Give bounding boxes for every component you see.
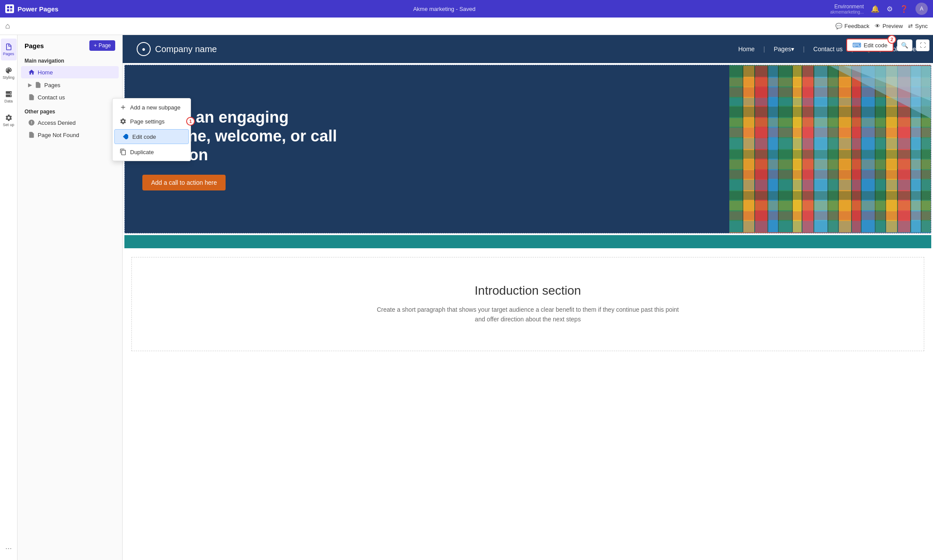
page-settings-icon (120, 118, 127, 125)
zoom-button[interactable]: 🔍 (897, 39, 912, 51)
access-denied-icon (28, 119, 35, 126)
badge-2: 2 (887, 35, 896, 44)
site-logo-icon: ● (137, 42, 151, 56)
add-page-button[interactable]: + Page (89, 40, 115, 51)
feedback-label: Feedback (845, 23, 869, 29)
edit-code-button[interactable]: ⌨ Edit code 2 (846, 39, 894, 52)
svg-rect-32 (729, 170, 931, 179)
svg-rect-0 (7, 6, 9, 8)
home-nav-icon[interactable]: ⌂ (5, 21, 10, 31)
site-nav-pages[interactable]: Pages▾ (774, 46, 795, 53)
svg-rect-26 (729, 107, 931, 117)
access-denied-label: Access Denied (38, 120, 112, 126)
sidebar-title: Pages (25, 42, 44, 49)
env-label: Environment (830, 4, 864, 10)
sidebar-item-page-not-found[interactable]: Page Not Found (21, 129, 119, 141)
icon-rail: Pages Styling Data Set up ··· (0, 35, 18, 560)
rail-item-data[interactable]: Data (1, 86, 17, 108)
edit-code-btn-label: Edit code (864, 42, 887, 49)
feedback-button[interactable]: 💬 Feedback (835, 23, 869, 29)
top-bar: Power Pages Akme marketing - Saved Envir… (0, 0, 933, 18)
vscode-edit-icon (122, 133, 129, 140)
notification-icon[interactable]: 🔔 (871, 5, 880, 13)
sidebar-item-pages[interactable]: ▶ Pages (21, 79, 119, 91)
site-nav-home[interactable]: Home (739, 46, 755, 53)
context-menu: Add a new subpage Page settings 1 Edit c… (112, 98, 191, 161)
home-page-label: Home (38, 69, 103, 76)
preview-icon: 👁 (875, 23, 880, 29)
menu-edit-code[interactable]: Edit code (114, 129, 189, 144)
sidebar-item-access-denied[interactable]: Access Denied (21, 117, 119, 128)
rail-setup-label: Set up (3, 123, 14, 127)
add-subpage-icon (120, 104, 127, 111)
site-canvas: ● Company name Home | Pages▾ | Contact u… (123, 35, 933, 560)
add-page-label: Page (99, 42, 111, 49)
svg-rect-37 (729, 221, 931, 232)
svg-rect-36 (729, 211, 931, 220)
avatar[interactable]: A (915, 3, 928, 15)
sidebar-item-contact[interactable]: Contact us (21, 92, 119, 103)
hero-section: Create an engaging headline, welcome, or… (124, 65, 931, 233)
page-settings-label: Page settings (130, 118, 165, 125)
intro-title: Introduction section (146, 284, 910, 298)
intro-section: Introduction section Create a short para… (131, 257, 924, 351)
rail-item-pages[interactable]: Pages (1, 39, 17, 60)
edit-code-vs-icon: ⌨ (852, 42, 861, 49)
add-page-plus-icon: + (94, 42, 97, 49)
rail-pages-label: Pages (3, 52, 14, 56)
preview-button[interactable]: 👁 Preview (875, 23, 903, 29)
other-pages-title: Other pages (18, 103, 122, 116)
settings-icon[interactable]: ⚙ (887, 5, 893, 13)
second-bar-actions: 💬 Feedback 👁 Preview ⇄ Sync (835, 23, 928, 29)
top-bar-right: Environment akmemarketing... 🔔 ⚙ ❓ A (830, 3, 928, 15)
pages-expand-icon[interactable]: ▶ (28, 82, 32, 88)
svg-rect-28 (729, 128, 931, 137)
teal-strip (124, 235, 931, 248)
page-not-found-label: Page Not Found (38, 132, 112, 138)
svg-rect-2 (7, 9, 9, 11)
svg-rect-34 (729, 191, 931, 200)
svg-rect-31 (729, 160, 931, 169)
svg-rect-30 (729, 150, 931, 159)
canvas-toolbar: ⌨ Edit code 2 🔍 ⛶ (846, 39, 929, 52)
sidebar-item-home[interactable]: Home ··· (21, 66, 119, 78)
preview-label: Preview (883, 23, 903, 29)
sidebar: Pages + Page Main navigation Home ··· ▶ … (18, 35, 123, 560)
main-nav-title: Main navigation (18, 54, 122, 66)
menu-page-settings[interactable]: Page settings 1 (113, 114, 191, 128)
app-name: Power Pages (18, 5, 58, 13)
rail-data-label: Data (4, 99, 13, 103)
duplicate-icon (120, 148, 127, 155)
env-sub: akmemarketing... (830, 10, 864, 14)
site-header: ● Company name Home | Pages▾ | Contact u… (123, 35, 933, 63)
pages-page-icon (35, 81, 42, 88)
main-layout: Pages Styling Data Set up ··· Pages + Pa… (0, 35, 933, 560)
contact-page-label: Contact us (38, 94, 112, 101)
svg-rect-33 (729, 180, 931, 190)
menu-add-subpage[interactable]: Add a new subpage (113, 100, 191, 114)
help-icon[interactable]: ❓ (900, 5, 908, 13)
document-title: Akme marketing - Saved (62, 6, 827, 12)
svg-rect-1 (10, 6, 12, 8)
svg-rect-3 (10, 9, 12, 11)
pages-page-label: Pages (44, 82, 112, 88)
sync-button[interactable]: ⇄ Sync (908, 23, 928, 29)
sync-icon: ⇄ (908, 23, 913, 29)
add-subpage-label: Add a new subpage (130, 104, 180, 111)
rail-item-styling[interactable]: Styling (1, 62, 17, 84)
expand-button[interactable]: ⛶ (916, 39, 929, 51)
rail-more-button[interactable]: ··· (5, 544, 12, 553)
menu-duplicate[interactable]: Duplicate (113, 145, 191, 159)
rail-item-setup[interactable]: Set up (1, 109, 17, 131)
hero-image-svg (729, 65, 931, 233)
content-area: ⌨ Edit code 2 🔍 ⛶ ● Company name Home | … (123, 35, 933, 560)
contact-page-icon (28, 94, 35, 101)
edit-code-label: Edit code (132, 134, 156, 140)
badge-1: 1 (186, 117, 195, 126)
hero-text: Create an engaging headline, welcome, or… (125, 65, 729, 233)
hero-cta-button[interactable]: Add a call to action here (142, 175, 226, 190)
rail-styling-label: Styling (3, 75, 14, 80)
site-nav-contact[interactable]: Contact us (813, 46, 843, 53)
sync-label: Sync (915, 23, 928, 29)
svg-rect-35 (729, 201, 931, 211)
